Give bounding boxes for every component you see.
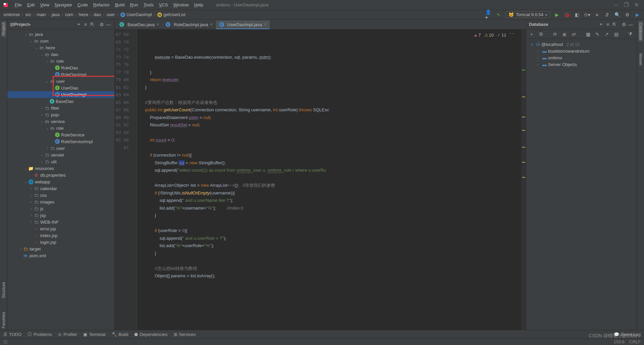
tree-item-roleserviceimpl[interactable]: CRoleServiceImpl	[7, 138, 114, 145]
back-icon[interactable]: ↖	[495, 11, 502, 18]
db-item[interactable]: ›▬bookborrowandreturn	[528, 48, 635, 54]
db-expand-icon[interactable]: ≡	[604, 22, 611, 27]
line-separator[interactable]: CRLF	[629, 339, 641, 344]
db-collapse-icon[interactable]: ⇱	[611, 22, 618, 27]
tree-item-roleservice[interactable]: IRoleService	[7, 131, 114, 138]
tree-item-com[interactable]: ⌄com	[7, 38, 114, 44]
db-hide-icon[interactable]: —	[627, 22, 634, 27]
breadcrumb-item[interactable]: heze	[79, 12, 88, 17]
bottom-tab-services[interactable]: ⊞Services	[174, 332, 196, 337]
tree-item-role[interactable]: ⌄role	[7, 58, 114, 64]
db-select-icon[interactable]: ⌖	[598, 21, 604, 27]
menu-navigate[interactable]: Navigate	[52, 2, 74, 7]
tree-item-filter[interactable]: ›filter	[7, 105, 114, 111]
tree-item-dao[interactable]: ⌄dao	[7, 51, 114, 58]
run-button[interactable]: ▶	[553, 11, 560, 18]
tree-item-calendar[interactable]: ›calendar	[7, 185, 114, 192]
tree-item-user[interactable]: ⌄user	[7, 78, 114, 84]
tree-item-heze[interactable]: ⌄heze	[7, 44, 114, 51]
breadcrumb-item[interactable]: smbmse	[3, 12, 20, 17]
maximize-button[interactable]: ❐	[621, 2, 631, 8]
breadcrumb-item[interactable]: CUserDaoImpl	[120, 12, 152, 17]
breadcrumb-item[interactable]: java	[52, 12, 60, 17]
tree-item-java[interactable]: ⌄java	[7, 31, 114, 38]
tool-windows-icon[interactable]: ◫	[3, 339, 7, 344]
left-tab-project[interactable]: Project	[1, 21, 6, 37]
close-button[interactable]: ✕	[631, 2, 641, 8]
menu-window[interactable]: Window	[171, 2, 192, 7]
bottom-tab-todo[interactable]: ☰TODO	[3, 332, 21, 337]
menu-view[interactable]: View	[37, 2, 52, 7]
editor-tab[interactable]: CRoleDaoImpl.java×	[162, 20, 216, 29]
search-everywhere-icon[interactable]: 🔍	[614, 11, 621, 18]
panel-settings-icon[interactable]: ⚙	[98, 22, 105, 27]
tree-item-pom.xml[interactable]: mpom.xml	[7, 252, 114, 259]
db-settings-icon[interactable]: ⚙	[621, 22, 627, 27]
menu-tools[interactable]: Tools	[141, 2, 156, 7]
debug-button[interactable]: 🐞	[564, 11, 570, 18]
menu-help[interactable]: Help	[192, 2, 206, 7]
tree-item-login.jsp[interactable]: ▫login.jsp	[7, 239, 114, 245]
project-panel-title[interactable]: Project	[14, 22, 29, 27]
bottom-tab-build[interactable]: 🔨Build	[112, 332, 128, 337]
line-number-gutter[interactable]: 67 68 69 70 71 72 73 74 75 76 77 78 79 8…	[115, 30, 131, 330]
error-stripe[interactable]	[521, 30, 526, 330]
tree-item-css[interactable]: ›css	[7, 192, 114, 198]
tree-item-userdao[interactable]: IUserDao	[7, 84, 114, 91]
tree-item-target[interactable]: ›target	[7, 245, 114, 252]
menu-run[interactable]: Run	[127, 2, 141, 7]
close-tab-icon[interactable]: ×	[157, 22, 159, 27]
db-console-icon[interactable]: ▤	[613, 31, 620, 38]
breadcrumb-item[interactable]: mgetUserList	[157, 12, 185, 17]
menu-file[interactable]: File	[12, 2, 24, 7]
menu-edit[interactable]: Edit	[24, 2, 37, 7]
editor-tab[interactable]: CUserDaoImpl.java×	[216, 20, 270, 29]
menu-build[interactable]: Build	[112, 2, 127, 7]
tree-item-service[interactable]: ⌄service	[7, 118, 114, 125]
bottom-tab-problems[interactable]: ⓘProblems	[28, 331, 52, 337]
db-refresh-icon[interactable]: ⟳	[552, 31, 558, 38]
close-tab-icon[interactable]: ×	[264, 22, 266, 27]
db-jump-icon[interactable]: ↗	[603, 31, 610, 38]
event-log-button[interactable]: 💬Event Log	[614, 332, 641, 337]
run-anything-icon[interactable]: ▶	[634, 11, 641, 18]
hide-panel-icon[interactable]: —	[105, 22, 112, 27]
tree-item-images[interactable]: ›images	[7, 198, 114, 205]
db-tx-icon[interactable]: ⇄	[571, 31, 577, 38]
caret-position[interactable]: 150:6	[614, 339, 625, 344]
tree-item-userdaoimpl[interactable]: CUserDaoImpl	[7, 91, 114, 98]
tree-item-db.properties[interactable]: ⚙db.properties	[7, 172, 114, 178]
tree-item-roledaoimpl[interactable]: CRoleDaoImpl	[7, 71, 114, 78]
tree-item-servlet[interactable]: ›servlet	[7, 152, 114, 158]
breadcrumb-item[interactable]: main	[37, 12, 46, 17]
menu-refactor[interactable]: Refactor	[91, 2, 112, 7]
left-tab-favorites[interactable]: Favorites	[1, 310, 6, 330]
close-tab-icon[interactable]: ×	[210, 22, 213, 27]
breadcrumb-item[interactable]: src	[25, 12, 31, 17]
settings-icon[interactable]: ⚙	[624, 11, 631, 18]
select-opened-file-icon[interactable]: ⌖	[75, 21, 82, 27]
breadcrumb-item[interactable]: dao	[94, 12, 101, 17]
tree-item-web-inf[interactable]: ›WEB-INF	[7, 219, 114, 225]
stop-button[interactable]: ■	[594, 11, 600, 18]
menu-vcs[interactable]: VCS	[156, 2, 171, 7]
project-view-dropdown[interactable]	[29, 22, 31, 27]
expand-all-icon[interactable]: ≡	[82, 22, 89, 27]
tree-item-resources[interactable]: ⌄📁resources	[7, 165, 114, 172]
tree-item-basedao[interactable]: CBaseDao	[7, 98, 114, 105]
db-edit-icon[interactable]: ✎	[594, 31, 601, 38]
bottom-tab-terminal[interactable]: ▣Terminal	[83, 332, 105, 337]
editor-tab[interactable]: CBaseDao.java×	[116, 20, 162, 29]
tree-item-role[interactable]: ⌄role	[7, 125, 114, 131]
bottom-tab-profiler[interactable]: ⊙Profiler	[58, 332, 77, 337]
user-icon[interactable]: 👤▾	[485, 11, 492, 18]
minimize-button[interactable]: ─	[611, 2, 621, 8]
coverage-button[interactable]: ◧	[574, 11, 580, 18]
collapse-all-icon[interactable]: ⇱	[89, 22, 96, 27]
left-tab-structure[interactable]: Structure	[1, 280, 6, 300]
tree-item-util[interactable]: ›util	[7, 158, 114, 165]
inspection-summary[interactable]: 7 10 11 ˆ ˅	[471, 31, 518, 40]
fold-gutter[interactable]	[131, 30, 137, 330]
db-item[interactable]: ›▬smbms	[528, 54, 635, 61]
db-item[interactable]: ›▬Server Objects	[528, 61, 635, 68]
